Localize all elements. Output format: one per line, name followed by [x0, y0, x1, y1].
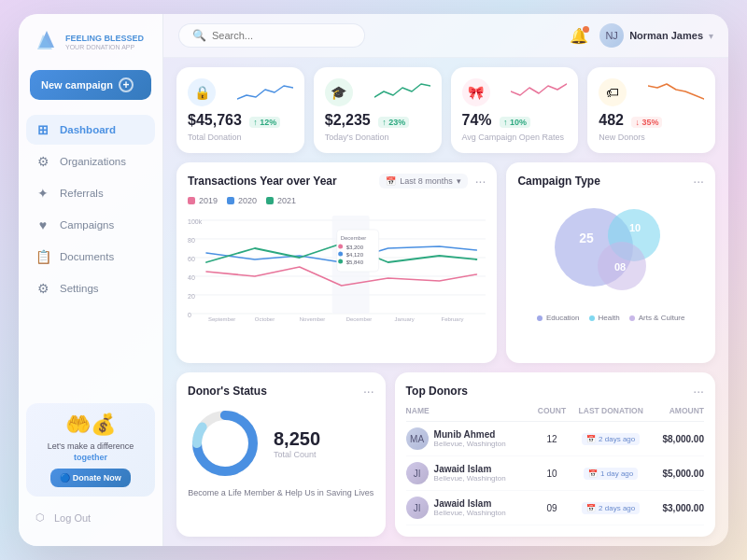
svg-text:$5,840: $5,840 — [346, 259, 364, 265]
donor-location: Bellevue, Washington — [434, 440, 506, 448]
sidebar-item-dashboard[interactable]: ⊞ Dashboard — [26, 115, 155, 145]
mini-chart-rates — [511, 78, 567, 105]
campaigns-icon: ♥ — [35, 217, 50, 232]
col-header-count: COUNT — [530, 406, 574, 415]
content-area: 🔒 $45,763 ↑ 12% Total Donation 🎓 — [163, 58, 728, 546]
donor-amount: $8,000.00 — [648, 434, 704, 444]
campaign-type-card: Campaign Type ··· 25 — [506, 162, 715, 363]
donor-amount: $5,000.00 — [648, 469, 704, 479]
donor-count: 09 — [530, 503, 574, 513]
stat-card-open-rates: 🎀 74% ↑ 10% Avg Campaign Open Rates — [451, 67, 579, 153]
venn-dot-health — [589, 315, 595, 321]
donor-info: Munib Ahmed Bellevue, Washington — [434, 429, 506, 448]
donors-table-header: NAME COUNT LAST DONATION AMOUNT — [406, 406, 704, 422]
stat-label-donation: Total Donation — [188, 133, 293, 142]
chart-legend: 2019 2020 2021 — [188, 196, 486, 205]
venn-legend-health: Health — [589, 314, 620, 322]
search-box[interactable]: 🔍 — [178, 23, 365, 48]
sidebar-item-settings[interactable]: ⚙ Settings — [26, 273, 155, 303]
venn-dot-arts — [629, 315, 635, 321]
donor-name: Jawaid Islam — [434, 464, 506, 474]
calendar-icon: 📅 — [386, 176, 396, 186]
notification-dot — [583, 26, 589, 33]
svg-text:December: December — [341, 235, 367, 241]
donor-last-donation: 📅 2 days ago — [573, 502, 648, 514]
donor-info: Jawaid Islam Bellevue, Washington — [434, 498, 506, 517]
col-header-last: LAST DONATION — [573, 406, 648, 415]
sidebar-item-organizations[interactable]: ⚙ Organizations — [26, 147, 155, 176]
search-icon: 🔍 — [192, 29, 206, 42]
svg-text:10: 10 — [629, 222, 641, 233]
sidebar-item-documents[interactable]: 📋 Documents — [26, 242, 155, 272]
legend-dot-2021 — [266, 197, 274, 204]
plus-icon: + — [119, 77, 134, 92]
donors-table: NAME COUNT LAST DONATION AMOUNT MA Munib… — [406, 406, 704, 525]
settings-icon: ⚙ — [35, 281, 50, 296]
donor-location: Bellevue, Washington — [434, 509, 506, 517]
sidebar: FEELING BLESSED YOUR DONATION APP New ca… — [19, 14, 163, 546]
svg-text:40: 40 — [188, 274, 195, 281]
notification-bell[interactable]: 🔔 — [570, 27, 588, 45]
sidebar-logo: FEELING BLESSED YOUR DONATION APP — [19, 29, 162, 70]
svg-point-25 — [338, 252, 343, 257]
campaign-type-more-button[interactable]: ··· — [693, 174, 704, 189]
donor-count-label: Total Count — [274, 450, 320, 459]
sidebar-label-documents: Documents — [60, 251, 114, 262]
svg-text:20: 20 — [188, 293, 195, 300]
legend-2020: 2020 — [227, 196, 257, 205]
documents-icon: 📋 — [35, 249, 50, 264]
sidebar-item-referrals[interactable]: ✦ Referrals — [26, 178, 155, 208]
sidebar-item-campaigns[interactable]: ♥ Campaigns — [26, 210, 155, 240]
top-donors-more-button[interactable]: ··· — [693, 384, 704, 399]
col-header-amount: AMOUNT — [648, 406, 704, 415]
more-options-button[interactable]: ··· — [475, 174, 486, 189]
stat-card-todays-donation: 🎓 $2,235 ↑ 23% Today's Donation — [314, 67, 442, 153]
donor-status-more-button[interactable]: ··· — [363, 384, 374, 399]
stat-badge-donors: ↓ 35% — [631, 117, 662, 128]
chevron-icon: ▾ — [457, 176, 461, 186]
line-chart-svg: 100k 80 60 40 20 0 September October Nov… — [188, 211, 486, 323]
svg-point-27 — [338, 259, 343, 264]
user-badge[interactable]: NJ Norman James ▾ — [599, 23, 713, 48]
new-campaign-label: New campaign — [41, 79, 113, 91]
legend-dot-2020 — [227, 197, 234, 204]
venn-legend-education: Education — [537, 314, 580, 322]
promo-card: 🤲💰 Let's make a difference together 🔵 Do… — [26, 403, 155, 497]
app-subtitle: YOUR DONATION APP — [65, 44, 144, 50]
donor-last-donation: 📅 1 day ago — [573, 468, 648, 480]
referrals-icon: ✦ — [35, 186, 50, 201]
venn-container: 25 10 08 Education Health — [517, 196, 704, 322]
user-name: Norman James — [629, 30, 703, 41]
date-badge: 📅 1 day ago — [584, 468, 638, 480]
date-badge: 📅 2 days ago — [582, 433, 640, 445]
stat-badge-rates: ↑ 10% — [500, 117, 530, 128]
search-input[interactable] — [212, 30, 351, 41]
topbar-right: 🔔 NJ Norman James ▾ — [570, 23, 713, 48]
stat-icon-donation: 🔒 — [188, 78, 216, 106]
period-selector[interactable]: 📅 Last 8 months ▾ — [379, 174, 468, 189]
donut-chart — [188, 406, 262, 481]
svg-text:October: October — [255, 316, 275, 322]
donor-description: Become a Life Member & Help Us in Saving… — [188, 488, 374, 497]
logo-icon — [34, 29, 60, 55]
donor-status-title: Donor's Status — [188, 385, 267, 398]
transactions-chart-header: Transactions Year over Year 📅 Last 8 mon… — [188, 174, 486, 189]
stat-icon-today: 🎓 — [325, 78, 353, 106]
app-container: FEELING BLESSED YOUR DONATION APP New ca… — [19, 14, 728, 546]
donate-button[interactable]: 🔵 Donate Now — [50, 469, 131, 487]
new-campaign-button[interactable]: New campaign + — [30, 70, 151, 100]
donor-count-value: 8,250 — [274, 428, 320, 450]
stat-badge-today: ↑ 23% — [378, 117, 409, 128]
logout-icon: ⬡ — [35, 511, 45, 524]
legend-2019: 2019 — [188, 196, 218, 205]
sidebar-item-logout[interactable]: ⬡ Log Out — [26, 504, 155, 531]
transactions-chart-title: Transactions Year over Year — [188, 175, 337, 188]
donor-count: 12 — [530, 434, 574, 444]
campaign-type-title: Campaign Type — [517, 175, 599, 188]
donor-avatar: MA — [406, 427, 429, 450]
stat-label-donors: New Donors — [599, 133, 704, 142]
main-area: 🔍 🔔 NJ Norman James ▾ — [163, 14, 728, 546]
svg-text:0: 0 — [188, 312, 191, 318]
donor-name-col: MA Munib Ahmed Bellevue, Washington — [406, 427, 530, 450]
top-donors-card: Top Donors ··· NAME COUNT LAST DONATION … — [395, 372, 715, 537]
